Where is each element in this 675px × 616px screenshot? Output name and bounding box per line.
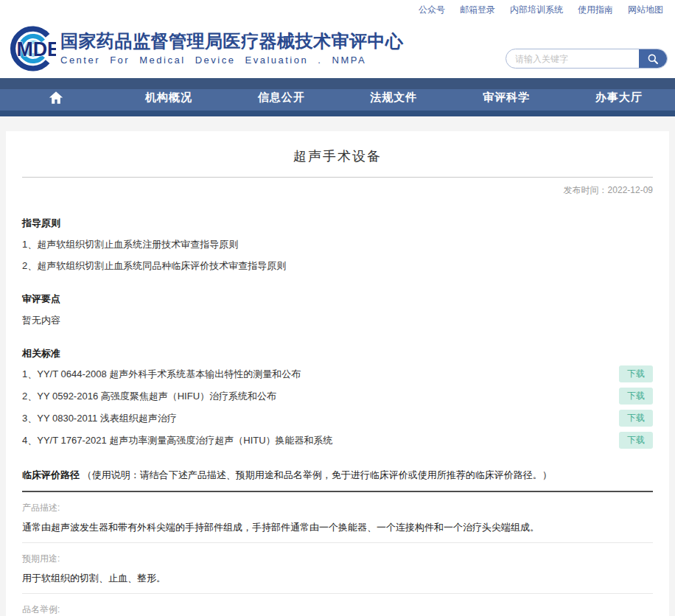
- nav-item-home[interactable]: [0, 91, 113, 105]
- site-header: MDE 国家药品监督管理局医疗器械技术审评中心 Center For Medic…: [0, 19, 675, 78]
- guidance-item: 2、超声软组织切割止血系统同品种临床评价技术审查指导原则: [22, 259, 653, 273]
- nav-item-regulations[interactable]: 法规文件: [338, 91, 450, 105]
- publish-time-date: 2022-12-09: [608, 185, 653, 195]
- search-input[interactable]: [506, 49, 639, 68]
- nav-item-info-disclosure[interactable]: 信息公开: [225, 91, 338, 105]
- nav-item-about[interactable]: 机构概况: [113, 91, 225, 105]
- search-box: [506, 49, 668, 69]
- standard-row: 2、YY 0592-2016 高强度聚焦超声（HIFU）治疗系统和公布 下载: [22, 388, 653, 405]
- topbar: 公众号 邮箱登录 内部培训系统 使用指南 网站地图: [0, 0, 675, 19]
- publish-time: 发布时间：2022-12-09: [22, 184, 653, 197]
- field-label-name-examples: 品名举例:: [22, 603, 653, 616]
- publish-time-label: 发布时间：: [564, 185, 608, 195]
- section-heading-guidance: 指导原则: [22, 217, 653, 230]
- nav-item-service-hall[interactable]: 办事大厅: [562, 91, 675, 105]
- topbar-link-user-guide[interactable]: 使用指南: [578, 4, 613, 16]
- standard-text: 2、YY 0592-2016 高强度聚焦超声（HIFU）治疗系统和公布: [22, 390, 276, 403]
- article-card: 超声手术设备 发布时间：2022-12-09 指导原则 1、超声软组织切割止血系…: [6, 131, 669, 616]
- field-value-intended-use: 用于软组织的切割、止血、整形。: [22, 572, 653, 585]
- standard-text: 4、YY/T 1767-2021 超声功率测量高强度治疗超声（HITU）换能器和…: [22, 434, 333, 447]
- field-divider: [22, 593, 653, 594]
- main-nav: 机构概况 信息公开 法规文件 审评科学 办事大厅: [0, 78, 675, 116]
- page-body: 超声手术设备 发布时间：2022-12-09 指导原则 1、超声软组织切割止血系…: [0, 116, 675, 616]
- search-button[interactable]: [639, 49, 667, 68]
- clinical-path-heading: 临床评价路径: [22, 469, 80, 480]
- topbar-link-training-system[interactable]: 内部培训系统: [510, 4, 563, 16]
- download-button[interactable]: 下载: [619, 365, 653, 382]
- standard-row: 3、YY 0830-2011 浅表组织超声治疗 下载: [22, 410, 653, 427]
- guidance-item: 1、超声软组织切割止血系统注册技术审查指导原则: [22, 238, 653, 251]
- topbar-link-sitemap[interactable]: 网站地图: [628, 4, 663, 16]
- cmde-logo-icon: MDE: [7, 26, 56, 71]
- review-points-empty-text: 暂无内容: [22, 314, 653, 327]
- site-logo: MDE 国家药品监督管理局医疗器械技术审评中心 Center For Medic…: [7, 26, 404, 71]
- download-button[interactable]: 下载: [619, 410, 653, 427]
- clinical-path-heading-row: 临床评价路径 （使用说明：请结合下述产品描述、预期用途和品名举例，免于进行临床评…: [22, 469, 653, 482]
- title-divider: [22, 177, 653, 178]
- standard-row: 1、YY/T 0644-2008 超声外科手术系统基本输出特性的测量和公布 下载: [22, 365, 653, 382]
- home-icon: [49, 91, 63, 105]
- download-button[interactable]: 下载: [619, 388, 653, 405]
- topbar-link-public-account[interactable]: 公众号: [419, 4, 445, 16]
- clinical-path-note: （使用说明：请结合下述产品描述、预期用途和品名举例，免于进行临床评价或使用所推荐…: [83, 469, 552, 480]
- standard-row: 4、YY/T 1767-2021 超声功率测量高强度治疗超声（HITU）换能器和…: [22, 432, 653, 449]
- site-title-cn: 国家药品监督管理局医疗器械技术审评中心: [60, 32, 404, 52]
- site-titles: 国家药品监督管理局医疗器械技术审评中心 Center For Medical D…: [60, 32, 404, 66]
- field-label-product-description: 产品描述:: [22, 502, 653, 514]
- clinical-path-divider: [22, 491, 653, 492]
- page-title: 超声手术设备: [22, 131, 653, 165]
- field-divider: [22, 542, 653, 543]
- site-title-en: Center For Medical Device Evaluation . N…: [60, 55, 404, 66]
- nav-item-review-science[interactable]: 审评科学: [450, 91, 563, 105]
- field-label-intended-use: 预期用途:: [22, 553, 653, 565]
- section-heading-review-points: 审评要点: [22, 293, 653, 306]
- topbar-link-mail-login[interactable]: 邮箱登录: [460, 4, 495, 16]
- download-button[interactable]: 下载: [619, 432, 653, 449]
- standard-text: 1、YY/T 0644-2008 超声外科手术系统基本输出特性的测量和公布: [22, 368, 301, 381]
- search-icon: [647, 53, 659, 65]
- standard-text: 3、YY 0830-2011 浅表组织超声治疗: [22, 412, 177, 425]
- field-value-product-description: 通常由超声波发生器和带有外科尖端的手持部件组成，手持部件通常由一个换能器、一个连…: [22, 521, 653, 534]
- section-heading-standards: 相关标准: [22, 347, 653, 360]
- cmde-logo-acronym: MDE: [16, 38, 56, 60]
